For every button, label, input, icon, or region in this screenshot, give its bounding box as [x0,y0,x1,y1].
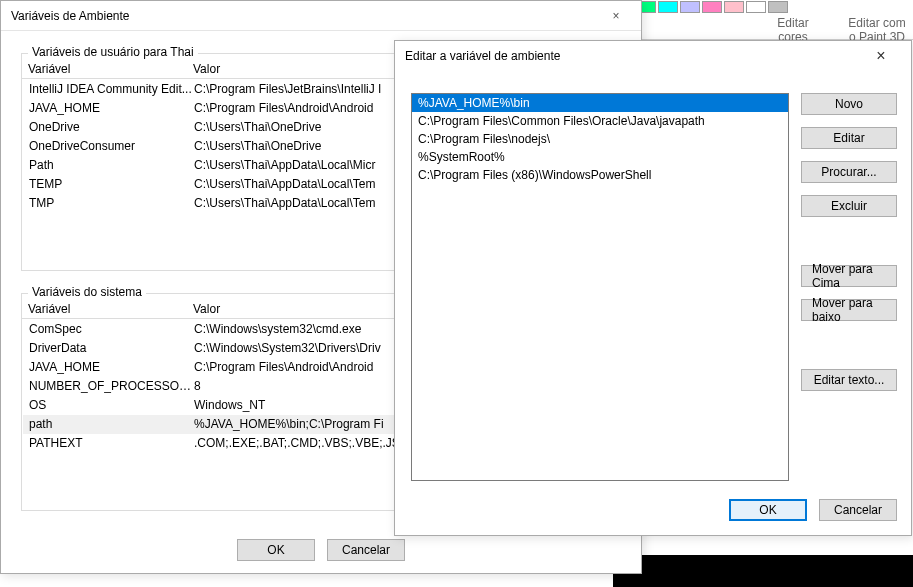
path-item[interactable]: C:\Program Files (x86)\WindowsPowerShell [412,166,788,184]
col-header-variable[interactable]: Variável [28,300,193,318]
system-vars-legend: Variáveis do sistema [28,285,146,299]
row-variable: Path [29,156,194,175]
spacer [801,333,897,357]
env-ok-button[interactable]: OK [237,539,315,561]
row-variable: ComSpec [29,320,194,339]
row-variable: DriverData [29,339,194,358]
row-variable: PATHEXT [29,434,194,453]
path-buttons-column: Novo Editar Procurar... Excluir Mover pa… [801,93,897,391]
row-variable: NUMBER_OF_PROCESSORS [29,377,194,396]
path-titlebar: Editar a variável de ambiente × [395,41,911,71]
path-cancel-button[interactable]: Cancelar [819,499,897,521]
row-variable: JAVA_HOME [29,99,194,118]
row-variable: OneDriveConsumer [29,137,194,156]
env-close-button[interactable]: × [601,1,631,31]
row-variable: OneDrive [29,118,194,137]
row-variable: IntelliJ IDEA Community Edit... [29,80,194,99]
color-swatch[interactable] [746,1,766,13]
path-move-up-button[interactable]: Mover para Cima [801,265,897,287]
row-variable: path [29,415,194,434]
path-list[interactable]: %JAVA_HOME%\binC:\Program Files\Common F… [411,93,789,481]
color-swatch[interactable] [724,1,744,13]
color-swatch[interactable] [768,1,788,13]
row-variable: JAVA_HOME [29,358,194,377]
spacer [801,229,897,253]
color-swatch[interactable] [680,1,700,13]
env-cancel-button[interactable]: Cancelar [327,539,405,561]
env-titlebar: Variáveis de Ambiente × [1,1,641,31]
path-item[interactable]: C:\Program Files\nodejs\ [412,130,788,148]
color-swatch[interactable] [702,1,722,13]
path-item[interactable]: %JAVA_HOME%\bin [412,94,788,112]
env-footer: OK Cancelar [1,539,641,561]
path-footer: OK Cancelar [729,499,897,521]
path-ok-button[interactable]: OK [729,499,807,521]
path-browse-button[interactable]: Procurar... [801,161,897,183]
user-vars-legend: Variáveis de usuário para Thai [28,45,198,59]
path-item[interactable]: C:\Program Files\Common Files\Oracle\Jav… [412,112,788,130]
path-edit-text-button[interactable]: Editar texto... [801,369,897,391]
path-title: Editar a variável de ambiente [405,49,560,63]
path-delete-button[interactable]: Excluir [801,195,897,217]
black-strip-background [613,555,913,587]
row-variable: OS [29,396,194,415]
row-variable: TMP [29,194,194,213]
row-variable: TEMP [29,175,194,194]
path-item[interactable]: %SystemRoot% [412,148,788,166]
env-title: Variáveis de Ambiente [11,1,130,31]
path-edit-button[interactable]: Editar [801,127,897,149]
path-move-down-button[interactable]: Mover para baixo [801,299,897,321]
path-close-button[interactable]: × [861,47,901,65]
color-swatch[interactable] [658,1,678,13]
path-new-button[interactable]: Novo [801,93,897,115]
edit-path-dialog: Editar a variável de ambiente × %JAVA_HO… [394,40,912,536]
col-header-variable[interactable]: Variável [28,60,193,78]
